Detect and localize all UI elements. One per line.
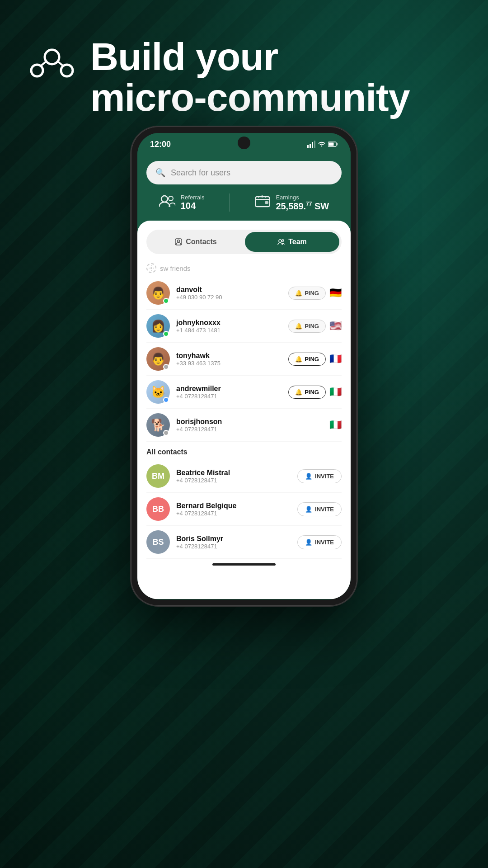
- wifi-icon: [318, 141, 325, 147]
- contact-actions: 👤 INVITE: [297, 535, 342, 549]
- contact-info: borisjhonson +4 0728128471: [176, 418, 323, 433]
- contact-actions: 🇮🇹: [329, 419, 342, 431]
- contact-name: Bernard Belgique: [176, 502, 291, 510]
- invite-button[interactable]: 👤 INVITE: [297, 469, 342, 483]
- list-item: BM Beatrice Mistral +4 0728128471 👤 INVI…: [146, 460, 342, 493]
- avatar-wrap: 👩: [146, 314, 170, 338]
- online-dot: [163, 397, 169, 403]
- signal-icon: [307, 141, 315, 148]
- svg-point-12: [161, 196, 168, 202]
- status-icons: [307, 141, 338, 148]
- avatar-wrap: BS: [146, 530, 170, 554]
- referrals-stat: Referrals 104: [159, 194, 205, 211]
- contact-info: Bernard Belgique +4 0728128471: [176, 502, 291, 517]
- contact-phone: +4 0728128471: [176, 477, 291, 484]
- header-area: Build your micro-community: [27, 36, 461, 118]
- phone-screen: 12:00: [137, 133, 351, 599]
- online-dot: [163, 331, 169, 337]
- contact-info: Beatrice Mistral +4 0728128471: [176, 469, 291, 484]
- contact-name: Boris Sollmyr: [176, 535, 291, 543]
- tab-contacts[interactable]: Contacts: [149, 232, 243, 252]
- wallet-icon: [255, 194, 270, 211]
- referrals-value: 104: [181, 201, 205, 211]
- referrals-icon: [159, 194, 175, 211]
- svg-rect-15: [265, 201, 268, 204]
- contact-actions: 🔔 PING 🇩🇪: [288, 287, 342, 300]
- svg-line-3: [41, 61, 46, 66]
- status-time: 12:00: [150, 140, 171, 149]
- earnings-info: Earnings 25,589.77 SW: [276, 194, 329, 212]
- invite-button[interactable]: 👤 INVITE: [297, 502, 342, 516]
- svg-point-24: [153, 268, 154, 269]
- contact-name: johnyknoxxx: [176, 319, 282, 327]
- earnings-label: Earnings: [276, 194, 329, 201]
- tabs-container: Contacts Team: [146, 230, 342, 254]
- list-item: 👨 tonyhawk +33 93 463 1375 🔔 PING 🇫🇷: [146, 343, 342, 376]
- avatar-wrap: 👨: [146, 347, 170, 371]
- earnings-stat: Earnings 25,589.77 SW: [255, 194, 329, 212]
- phone-top-section: 🔍 Search for users: [137, 156, 351, 221]
- svg-rect-7: [312, 142, 313, 148]
- avatar-wrap: BM: [146, 464, 170, 488]
- all-contacts-list: BM Beatrice Mistral +4 0728128471 👤 INVI…: [146, 460, 342, 559]
- tab-contacts-label: Contacts: [186, 238, 216, 246]
- avatar: BM: [146, 464, 170, 488]
- contact-info: danvolt +49 030 90 72 90: [176, 286, 282, 301]
- wallet-svg: [255, 194, 270, 208]
- svg-point-20: [150, 267, 152, 269]
- list-item: 👨 danvolt +49 030 90 72 90 🔔 PING 🇩🇪: [146, 277, 342, 310]
- contacts-tab-icon: [175, 238, 182, 245]
- contact-name: andrewmiller: [176, 385, 282, 393]
- svg-point-0: [45, 50, 59, 64]
- referrals-label: Referrals: [181, 194, 205, 201]
- header-text: Build your micro-community: [90, 36, 410, 118]
- contact-phone: +33 93 463 1375: [176, 360, 282, 367]
- country-flag: 🇺🇸: [329, 320, 342, 332]
- online-dot: [163, 298, 169, 304]
- svg-rect-5: [307, 145, 309, 148]
- sw-friends-label: sw friends: [160, 264, 191, 272]
- list-item: 🐕 borisjhonson +4 0728128471 🇮🇹: [146, 409, 342, 442]
- battery-icon: [328, 142, 338, 147]
- status-bar: 12:00: [137, 133, 351, 156]
- contact-name: tonyhawk: [176, 352, 282, 360]
- search-bar[interactable]: 🔍 Search for users: [146, 161, 342, 184]
- phone-card: Contacts Team: [137, 221, 351, 599]
- people-icon: [159, 194, 175, 208]
- svg-rect-11: [337, 143, 338, 146]
- contact-phone: +4 0728128471: [176, 393, 282, 400]
- tab-team-label: Team: [288, 238, 307, 246]
- ping-button[interactable]: 🔔 PING: [288, 386, 326, 399]
- scroll-indicator: [212, 563, 276, 566]
- svg-point-21: [151, 265, 152, 266]
- online-dot: [163, 364, 169, 370]
- avatar-wrap: 🐱: [146, 380, 170, 404]
- contact-name: danvolt: [176, 286, 282, 294]
- svg-point-23: [149, 268, 150, 269]
- contact-phone: +1 484 473 1481: [176, 327, 282, 334]
- contact-name: borisjhonson: [176, 418, 323, 426]
- tab-team[interactable]: Team: [245, 232, 339, 252]
- sw-friends-icon: [146, 263, 156, 273]
- list-item: BB Bernard Belgique +4 0728128471 👤 INVI…: [146, 493, 342, 526]
- contact-phone: +4 0728128471: [176, 510, 291, 517]
- contact-actions: 🔔 PING 🇮🇹: [288, 386, 342, 399]
- online-dot: [163, 430, 169, 436]
- contact-name: Beatrice Mistral: [176, 469, 291, 477]
- team-tab-icon: [277, 238, 285, 245]
- list-item: 👩 johnyknoxxx +1 484 473 1481 🔔 PING 🇺🇸: [146, 310, 342, 343]
- country-flag: 🇮🇹: [329, 386, 342, 398]
- camera-notch: [238, 137, 250, 149]
- ping-button[interactable]: 🔔 PING: [288, 320, 326, 333]
- invite-button[interactable]: 👤 INVITE: [297, 535, 342, 549]
- ping-button[interactable]: 🔔 PING: [288, 287, 326, 300]
- avatar-wrap: 🐕: [146, 413, 170, 437]
- country-flag: 🇮🇹: [329, 419, 342, 431]
- sparkle-icon: [149, 265, 154, 271]
- svg-point-18: [279, 240, 282, 242]
- country-flag: 🇩🇪: [329, 287, 342, 299]
- avatar: BS: [146, 530, 170, 554]
- svg-point-17: [178, 240, 180, 242]
- ping-button[interactable]: 🔔 PING: [288, 353, 326, 366]
- contact-phone: +49 030 90 72 90: [176, 294, 282, 301]
